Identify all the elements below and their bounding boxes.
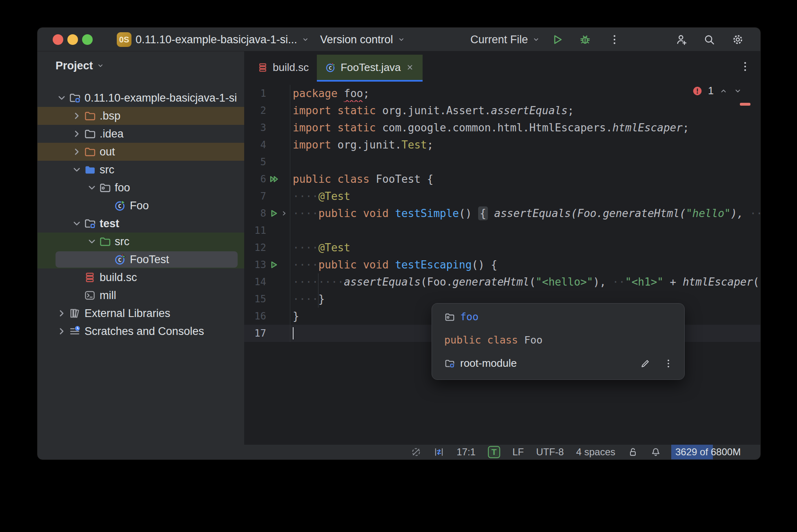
- folded-region-icon[interactable]: [280, 209, 289, 218]
- chevron-right-icon[interactable]: [71, 146, 83, 158]
- code-line-6[interactable]: 6public class FooTest {: [244, 171, 760, 188]
- popup-class-row[interactable]: public class Foo: [432, 328, 684, 352]
- popup-package-row[interactable]: foo: [432, 305, 684, 328]
- tree-item-src[interactable]: src: [38, 233, 244, 250]
- package-link[interactable]: foo: [460, 311, 479, 323]
- search-everywhere-button[interactable]: [703, 28, 715, 51]
- code-line-4[interactable]: 4import org.junit.Test;: [244, 136, 760, 153]
- run-configuration-selector[interactable]: Current File: [470, 28, 540, 51]
- project-panel-title: Project: [56, 60, 93, 72]
- error-stripe-mark[interactable]: [740, 103, 750, 106]
- run-class-icon[interactable]: [269, 174, 279, 184]
- tree-item-0-11-10-example-basicjava-1-si[interactable]: 0.11.10-example-basicjava-1-si: [38, 89, 244, 107]
- code-line-3[interactable]: 3import static com.google.common.html.Ht…: [244, 119, 760, 136]
- tree-indent: [71, 289, 83, 301]
- code-line-2[interactable]: 2import static org.junit.Assert.assertEq…: [244, 102, 760, 119]
- close-tab-icon[interactable]: [405, 63, 414, 72]
- tree-item-label: mill: [100, 289, 116, 302]
- chevron-right-icon[interactable]: [71, 110, 83, 122]
- line-number: 6: [244, 173, 266, 185]
- read-write-lock-icon[interactable]: [621, 445, 644, 459]
- tab-options-button[interactable]: [739, 60, 751, 73]
- chevron-right-icon[interactable]: [56, 325, 68, 337]
- vcs-widget[interactable]: Version control: [320, 28, 405, 51]
- close-window-button[interactable]: [53, 34, 63, 45]
- tree-item-out[interactable]: out: [38, 143, 244, 161]
- tree-item-foo[interactable]: foo: [38, 179, 244, 197]
- run-config-label: Current File: [470, 33, 528, 46]
- chevron-right-icon[interactable]: [71, 128, 83, 140]
- tree-item--idea[interactable]: .idea: [38, 125, 244, 143]
- tree-item-build-sc[interactable]: build.sc: [38, 268, 244, 286]
- tab-footest-java[interactable]: C FooTest.java: [317, 55, 422, 82]
- previous-error-icon[interactable]: [719, 86, 728, 95]
- run-test-icon[interactable]: [269, 259, 279, 270]
- chevron-down-icon[interactable]: [86, 182, 98, 194]
- run-test-icon[interactable]: [269, 208, 279, 219]
- line-number: 14: [244, 276, 266, 288]
- zoom-window-button[interactable]: [82, 34, 93, 45]
- java-test-class-icon: C: [325, 62, 336, 73]
- svg-text:C: C: [118, 203, 122, 209]
- code-editor[interactable]: 1package foo;2import static org.junit.As…: [244, 82, 760, 445]
- scala-file-icon: [257, 62, 268, 73]
- tree-item-mill[interactable]: mill: [38, 286, 244, 304]
- tree-item-foo[interactable]: CFoo: [38, 197, 244, 215]
- minimize-window-button[interactable]: [67, 34, 78, 45]
- more-actions-button[interactable]: [608, 28, 621, 51]
- status-bar: 17:1 T LF UTF-8 4 spaces 3629 of 6800M: [38, 445, 760, 459]
- code-line-8[interactable]: 8····public void testSimple() { assertEq…: [244, 205, 760, 222]
- edit-icon[interactable]: [640, 358, 650, 369]
- tree-item-label: Scratches and Consoles: [85, 325, 204, 338]
- code-line-7[interactable]: 7····@Test: [244, 188, 760, 205]
- class-run-icon: C: [114, 200, 126, 212]
- ide-window: 0S 0.11.10-example-basicjava-1-si... Ver…: [38, 28, 760, 459]
- encoding-widget[interactable]: UTF-8: [530, 445, 570, 459]
- more-options-icon[interactable]: [663, 358, 674, 369]
- tree-item--bsp[interactable]: .bsp: [38, 107, 244, 125]
- next-error-icon[interactable]: [733, 86, 742, 95]
- code-text: package foo;: [290, 85, 760, 102]
- highlighting-level-icon[interactable]: [405, 445, 427, 459]
- caret-position-widget[interactable]: 17:1: [450, 445, 482, 459]
- chevron-down-icon[interactable]: [86, 235, 98, 248]
- run-button[interactable]: [551, 28, 563, 51]
- project-name: 0.11.10-example-basicjava-1-si...: [136, 33, 297, 46]
- code-line-12[interactable]: 12····@Test: [244, 239, 760, 256]
- type-badge-widget[interactable]: T: [482, 445, 506, 459]
- libraries-icon: [69, 307, 81, 319]
- project-panel-header[interactable]: Project: [38, 51, 244, 80]
- tree-item-test[interactable]: test: [38, 215, 244, 233]
- tree-item-src[interactable]: src: [38, 161, 244, 179]
- memory-indicator[interactable]: 3629 of 6800M: [671, 445, 750, 459]
- tree-item-footest[interactable]: CFooTest: [38, 250, 244, 268]
- code-line-11[interactable]: 11: [244, 222, 760, 239]
- chevron-down-icon[interactable]: [56, 92, 68, 104]
- code-line-1[interactable]: 1package foo;: [244, 85, 760, 102]
- debug-button[interactable]: [579, 28, 591, 51]
- soft-wrap-icon[interactable]: [427, 445, 450, 459]
- project-widget[interactable]: 0S 0.11.10-example-basicjava-1-si...: [117, 28, 309, 51]
- inspections-widget[interactable]: 1: [692, 85, 742, 97]
- tab-build-sc[interactable]: build.sc: [249, 55, 317, 82]
- chevron-right-icon[interactable]: [56, 307, 68, 319]
- tree-item-external-libraries[interactable]: External Libraries: [38, 304, 244, 322]
- chevron-down-icon[interactable]: [71, 164, 83, 176]
- gutter: [266, 208, 290, 219]
- code-text: ····@Test: [290, 239, 760, 256]
- line-separator-widget[interactable]: LF: [506, 445, 530, 459]
- folder-src-icon: [84, 164, 96, 176]
- code-with-me-button[interactable]: [675, 28, 688, 51]
- code-line-14[interactable]: 14········assertEquals(Foo.generateHtml(…: [244, 273, 760, 290]
- code-line-5[interactable]: 5: [244, 153, 760, 171]
- tree-item-scratches-and-consoles[interactable]: Scratches and Consoles: [38, 322, 244, 340]
- scratches-icon: [69, 325, 81, 337]
- indent-widget[interactable]: 4 spaces: [570, 445, 621, 459]
- popup-module-row[interactable]: root-module: [432, 352, 684, 375]
- tree-item-label: External Libraries: [85, 307, 170, 320]
- code-line-13[interactable]: 13····public void testEscaping() {: [244, 256, 760, 273]
- settings-button[interactable]: [732, 28, 744, 51]
- tree-item-label: build.sc: [100, 271, 137, 284]
- chevron-down-icon[interactable]: [71, 217, 83, 230]
- notifications-icon[interactable]: [644, 445, 667, 459]
